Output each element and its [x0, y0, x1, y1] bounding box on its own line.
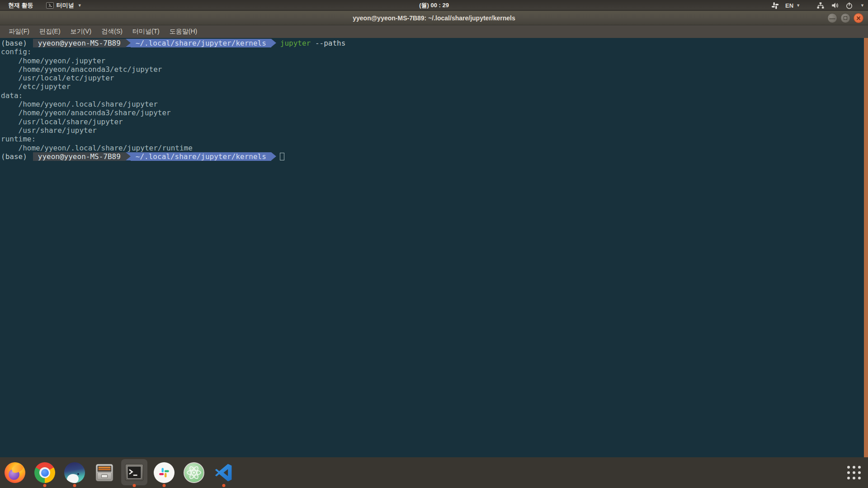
app-menu-label: 터미널 — [57, 1, 74, 9]
output-line: /usr/local/share/jupyter — [1, 117, 868, 126]
dock-item-whale[interactable] — [60, 457, 90, 488]
conda-env-label: (base) — [1, 152, 27, 161]
chrome-icon — [34, 462, 55, 483]
conda-env-label: (base) — [1, 39, 27, 47]
output-line: /home/yyeon/.local/share/jupyter — [1, 100, 868, 108]
apps-grid-icon — [847, 466, 861, 479]
file-manager-icon — [94, 462, 115, 483]
close-button[interactable]: ✕ — [854, 13, 863, 23]
command-args: --paths — [311, 39, 345, 47]
chevron-down-icon: ▼ — [78, 3, 82, 8]
window-title-bar[interactable]: yyeon@yyeon-MS-7B89: ~/.local/share/jupy… — [0, 11, 868, 25]
top-bar: 현재 활동 터미널 ▼ (월) 00 : 29 EN ▼ — [0, 0, 868, 11]
whale-browser-icon — [64, 462, 85, 483]
prompt-user-host: yyeon@yyeon-MS-7B89 — [33, 39, 126, 47]
powerline-arrow-icon — [126, 39, 131, 47]
terminal-scrollbar[interactable] — [864, 38, 868, 457]
terminal-app-icon — [46, 2, 54, 9]
command-program: jupyter — [280, 39, 311, 47]
running-indicator — [163, 484, 166, 487]
keyboard-layout-label: EN — [785, 2, 793, 9]
output-line: data: — [1, 91, 868, 100]
running-indicator — [73, 484, 76, 487]
network-icon[interactable] — [816, 1, 825, 9]
dock-item-atom[interactable] — [179, 457, 209, 488]
output-line: /home/yyeon/anaconda3/share/jupyter — [1, 108, 868, 117]
prompt-user-host: yyeon@yyeon-MS-7B89 — [33, 152, 126, 161]
keyboard-layout-menu[interactable]: EN ▼ — [785, 2, 800, 9]
output-line: /usr/local/etc/jupyter — [1, 74, 868, 82]
output-line: /home/yyeon/.jupyter — [1, 56, 868, 65]
output-line: /usr/share/jupyter — [1, 126, 868, 135]
output-line: /home/yyeon/.local/share/jupyter/runtime — [1, 144, 868, 152]
terminal-cursor — [280, 153, 284, 160]
show-applications-button[interactable] — [847, 457, 861, 488]
prompt-cwd: ~/.local/share/jupyter/kernels — [131, 39, 271, 47]
dock-item-vscode[interactable] — [209, 457, 239, 488]
powerline-arrow-icon — [271, 152, 276, 160]
output-line: config: — [1, 47, 868, 56]
powerline-arrow-icon — [126, 152, 131, 160]
running-indicator — [222, 484, 226, 487]
dock-item-terminal[interactable] — [119, 457, 149, 488]
terminal-content[interactable]: (base) yyeon@yyeon-MS-7B89 ~/.local/shar… — [0, 38, 868, 457]
system-menu-chevron-icon[interactable]: ▼ — [860, 3, 864, 8]
slack-icon — [154, 462, 175, 483]
menu-terminal[interactable]: 터미널(T) — [127, 26, 165, 38]
maximize-button[interactable] — [840, 13, 850, 23]
output-line: /etc/jupyter — [1, 82, 868, 91]
prompt-line: (base) yyeon@yyeon-MS-7B89 ~/.local/shar… — [1, 39, 868, 47]
volume-icon[interactable] — [831, 1, 839, 9]
prompt-cwd: ~/.local/share/jupyter/kernels — [131, 152, 271, 161]
slack-indicator-icon[interactable] — [771, 2, 779, 9]
powerline-arrow-icon — [271, 39, 276, 47]
chevron-down-icon: ▼ — [796, 3, 800, 8]
output-line: runtime: — [1, 135, 868, 143]
clock-area: (월) 00 : 29 — [0, 1, 868, 9]
power-icon[interactable] — [845, 2, 853, 9]
minimize-button[interactable]: — — [827, 13, 837, 23]
menu-search[interactable]: 검색(S) — [96, 26, 127, 38]
app-menu-terminal[interactable]: 터미널 ▼ — [46, 1, 82, 9]
dock-item-files[interactable] — [90, 457, 119, 488]
terminal-icon — [124, 462, 145, 483]
prompt-line-current: (base) yyeon@yyeon-MS-7B89 ~/.local/shar… — [1, 152, 868, 161]
output-line: /home/yyeon/anaconda3/etc/jupyter — [1, 65, 868, 74]
window-title: yyeon@yyeon-MS-7B89: ~/.local/share/jupy… — [353, 14, 515, 22]
dock — [0, 457, 868, 488]
dock-item-chrome[interactable] — [30, 457, 60, 488]
clock[interactable]: (월) 00 : 29 — [419, 2, 449, 9]
menu-edit[interactable]: 편집(E) — [34, 26, 66, 38]
atom-icon — [184, 462, 204, 483]
menu-help[interactable]: 도움말(H) — [165, 26, 202, 38]
dock-item-firefox[interactable] — [0, 457, 30, 488]
menu-file[interactable]: 파일(F) — [4, 26, 34, 38]
vscode-icon — [213, 462, 234, 483]
running-indicator — [133, 484, 136, 487]
menu-view[interactable]: 보기(V) — [66, 26, 97, 38]
activities-button[interactable]: 현재 활동 — [5, 1, 37, 9]
firefox-icon — [5, 462, 25, 483]
running-indicator — [43, 484, 47, 487]
dock-item-slack[interactable] — [149, 457, 179, 488]
terminal-menu-bar: 파일(F) 편집(E) 보기(V) 검색(S) 터미널(T) 도움말(H) — [0, 25, 868, 38]
